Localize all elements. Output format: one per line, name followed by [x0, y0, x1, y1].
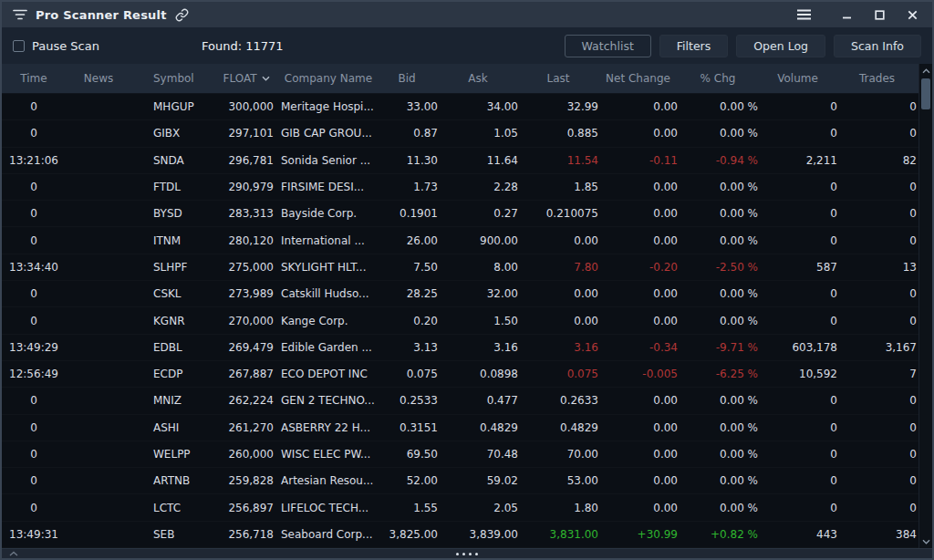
column-header-time[interactable]: Time: [2, 72, 66, 85]
cell-float: 297,101: [219, 127, 274, 140]
column-header-news[interactable]: News: [66, 72, 131, 85]
cell-pct_chg: -6.25 %: [678, 368, 758, 380]
cell-company: SKYLIGHT HLT...: [274, 261, 376, 274]
table-row[interactable]: 0ITNM280,120International ...26.00900.00…: [2, 227, 918, 254]
vertical-scrollbar[interactable]: [918, 64, 932, 548]
cell-ask: 2.05: [438, 502, 518, 514]
pause-scan-toggle[interactable]: Pause Scan: [13, 39, 99, 53]
link-icon[interactable]: [175, 8, 189, 22]
cell-volume: 0: [758, 287, 837, 300]
cell-symbol: GIBX: [131, 127, 219, 140]
scroll-down-icon[interactable]: [919, 534, 932, 548]
cell-bid: 69.50: [376, 448, 438, 461]
table-row[interactable]: 0KGNR270,000Kange Corp.0.201.500.000.000…: [2, 307, 918, 334]
column-header-symbol[interactable]: Symbol: [131, 72, 219, 85]
column-header-pct_chg[interactable]: % Chg: [678, 72, 758, 85]
cell-pct_chg: 0.00 %: [678, 127, 758, 140]
pause-scan-checkbox[interactable]: [13, 40, 25, 52]
cell-net_change: 0.00: [598, 181, 678, 193]
maximize-icon[interactable]: [874, 9, 885, 20]
open-log-button[interactable]: Open Log: [736, 35, 825, 57]
splitter-dot: [462, 553, 465, 555]
cell-last: 11.54: [518, 154, 598, 167]
column-header-last[interactable]: Last: [518, 72, 598, 85]
column-header-volume[interactable]: Volume: [758, 72, 837, 85]
column-header-label: Net Change: [606, 72, 670, 85]
table-row[interactable]: 0WELPP260,000WISC ELEC PW...69.5070.4870…: [2, 441, 918, 468]
column-header-net_change[interactable]: Net Change: [598, 72, 678, 85]
table-row[interactable]: 0ASHI261,270ASBERRY 22 H...0.31510.48290…: [2, 415, 918, 441]
cell-time: 0: [2, 394, 66, 407]
scroll-up-icon[interactable]: [919, 64, 932, 78]
column-header-float[interactable]: FLOAT: [219, 72, 274, 85]
column-header-bid[interactable]: Bid: [376, 72, 438, 85]
cell-company: Edible Garden ...: [274, 341, 376, 354]
window-title: Pro Scanner Result: [36, 8, 167, 22]
cell-trades: 0: [837, 100, 917, 113]
table-row[interactable]: 0MNIZ262,224GEN 2 TECHNO...0.25330.4770.…: [2, 388, 918, 414]
cell-time: 0: [2, 315, 66, 327]
table-row[interactable]: 0ARTNB259,828Artesian Resou...52.0059.02…: [2, 468, 918, 494]
table-body: 0MHGUP300,000Meritage Hospi...33.0034.00…: [2, 94, 918, 548]
table-row[interactable]: 12:56:49ECDP267,887ECO DEPOT INC0.0750.0…: [2, 361, 918, 388]
scan-info-button[interactable]: Scan Info: [834, 35, 921, 57]
cell-volume: 587: [758, 261, 837, 274]
column-header-label: Bid: [398, 72, 415, 85]
cell-ask: 0.477: [438, 394, 518, 407]
cell-time: 0: [2, 448, 66, 461]
table-row[interactable]: 0CSKL273,989Catskill Hudso...28.2532.000…: [2, 281, 918, 307]
column-header-trades[interactable]: Trades: [837, 72, 917, 85]
cell-net_change: 0.00: [598, 100, 678, 113]
cell-last: 0.4829: [518, 421, 598, 434]
cell-symbol: BYSD: [131, 207, 219, 220]
cell-bid: 0.20: [376, 315, 438, 327]
column-header-company[interactable]: Company Name: [274, 72, 376, 85]
table-row[interactable]: 13:34:40SLHPF275,000SKYLIGHT HLT...7.508…: [2, 254, 918, 281]
cell-time: 0: [2, 100, 66, 113]
column-header-label: News: [84, 72, 113, 85]
close-icon[interactable]: [907, 9, 918, 20]
window-controls: [841, 9, 918, 20]
filter-icon: [13, 9, 27, 20]
watchlist-button[interactable]: Watchlist: [565, 35, 651, 57]
cell-trades: 0: [837, 181, 917, 193]
cell-ask: 59.02: [438, 474, 518, 487]
table-row[interactable]: 13:21:06SNDA296,781Sonida Senior ...11.3…: [2, 148, 918, 174]
cell-symbol: CSKL: [131, 287, 219, 300]
minimize-icon[interactable]: [841, 9, 852, 20]
filters-button[interactable]: Filters: [659, 35, 728, 57]
splitter-bar[interactable]: [2, 548, 932, 558]
cell-volume: 0: [758, 315, 837, 327]
cell-bid: 0.075: [376, 368, 438, 380]
cell-last: 7.80: [518, 261, 598, 274]
menu-icon[interactable]: [793, 7, 815, 22]
column-header-label: Company Name: [285, 72, 372, 85]
table-row[interactable]: 0BYSD283,313Bayside Corp.0.19010.270.210…: [2, 201, 918, 227]
cell-ask: 2.28: [438, 181, 518, 193]
table-row[interactable]: 13:49:31SEB256,718Seaboard Corp...3,825.…: [2, 522, 918, 548]
column-header-ask[interactable]: Ask: [438, 72, 518, 85]
cell-net_change: +30.99: [598, 528, 678, 541]
cell-bid: 7.50: [376, 261, 438, 274]
cell-pct_chg: 0.00 %: [678, 287, 758, 300]
cell-company: Bayside Corp.: [274, 207, 376, 220]
cell-ask: 11.64: [438, 154, 518, 167]
cell-company: LIFELOC TECH...: [274, 502, 376, 514]
table-row[interactable]: 13:49:29EDBL269,479Edible Garden ...3.13…: [2, 335, 918, 361]
splitter-handle[interactable]: [456, 553, 478, 555]
table-row[interactable]: 0FTDL290,979FIRSIME DESI...1.732.281.850…: [2, 174, 918, 201]
cell-pct_chg: 0.00 %: [678, 474, 758, 487]
cell-volume: 0: [758, 474, 837, 487]
cell-company: WISC ELEC PW...: [274, 448, 376, 461]
cell-volume: 0: [758, 502, 837, 514]
cell-last: 0.885: [518, 127, 598, 140]
scrollbar-thumb[interactable]: [921, 78, 930, 109]
cell-trades: 7: [837, 368, 917, 380]
cell-last: 1.85: [518, 181, 598, 193]
cell-float: 261,270: [219, 421, 274, 434]
table-row[interactable]: 0GIBX297,101GIB CAP GROU...0.871.050.885…: [2, 120, 918, 147]
table-row[interactable]: 0MHGUP300,000Meritage Hospi...33.0034.00…: [2, 94, 918, 120]
toolbar: Pause Scan Found: 11771 Watchlist Filter…: [2, 27, 932, 64]
cell-symbol: SLHPF: [131, 261, 219, 274]
table-row[interactable]: 0LCTC256,897LIFELOC TECH...1.552.051.800…: [2, 494, 918, 521]
